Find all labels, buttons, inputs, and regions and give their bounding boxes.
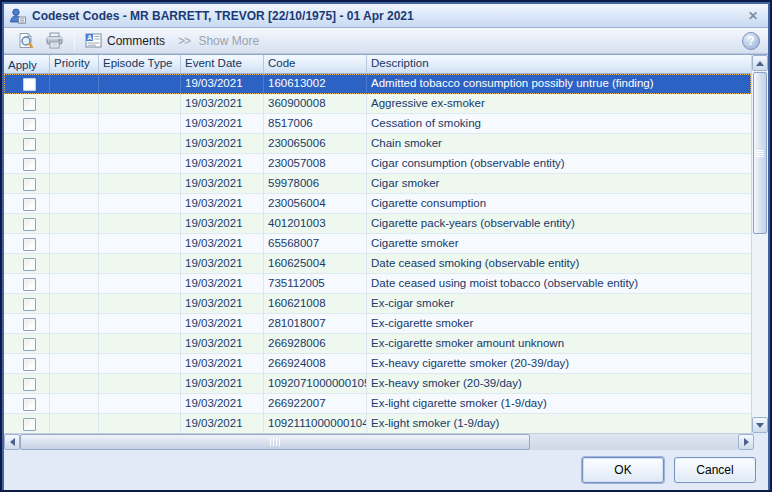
apply-checkbox[interactable] (23, 198, 36, 211)
apply-checkbox[interactable] (23, 398, 36, 411)
cancel-button[interactable]: Cancel (674, 457, 756, 483)
cell-apply (4, 214, 50, 234)
table-row[interactable]: 19/03/2021 160625004 Date ceased smoking… (4, 254, 751, 274)
cell-code: 160613002 (264, 74, 367, 94)
apply-checkbox[interactable] (23, 178, 36, 191)
apply-checkbox[interactable] (23, 78, 36, 91)
apply-checkbox[interactable] (23, 118, 36, 131)
apply-checkbox[interactable] (23, 418, 36, 431)
table-row[interactable]: 19/03/2021 266928006 Ex-cigarette smoker… (4, 334, 751, 354)
show-more-link[interactable]: >> Show More (178, 34, 259, 48)
cell-episode-type (99, 274, 181, 294)
close-icon[interactable]: ✕ (744, 10, 762, 22)
codes-grid: Apply Priority Episode Type Event Date C… (4, 54, 768, 433)
horizontal-scroll-track[interactable] (20, 434, 738, 450)
svg-text:A: A (87, 34, 92, 41)
cell-description: Ex-cigar smoker (367, 294, 751, 314)
scroll-up-button[interactable] (752, 55, 768, 71)
table-row[interactable]: 19/03/2021 1092071000000105 Ex-heavy smo… (4, 374, 751, 394)
table-row[interactable]: 19/03/2021 230056004 Cigarette consumpti… (4, 194, 751, 214)
apply-checkbox[interactable] (23, 358, 36, 371)
scroll-left-button[interactable] (4, 434, 20, 450)
horizontal-scrollbar[interactable] (4, 433, 754, 450)
apply-checkbox[interactable] (23, 338, 36, 351)
cell-episode-type (99, 154, 181, 174)
col-header-episode-type[interactable]: Episode Type (99, 55, 181, 74)
cell-apply (4, 274, 50, 294)
print-button[interactable] (40, 30, 69, 51)
up-arrow-icon (756, 61, 764, 66)
table-row[interactable]: 19/03/2021 360900008 Aggressive ex-smoke… (4, 94, 751, 114)
table-row[interactable]: 19/03/2021 230065006 Chain smoker (4, 134, 751, 154)
apply-checkbox[interactable] (23, 258, 36, 271)
table-row[interactable]: 19/03/2021 735112005 Date ceased using m… (4, 274, 751, 294)
apply-checkbox[interactable] (23, 298, 36, 311)
cell-code: 1092111000000104 (264, 414, 367, 433)
cell-apply (4, 94, 50, 114)
apply-checkbox[interactable] (23, 98, 36, 111)
cell-description: Cigarette consumption (367, 194, 751, 214)
left-arrow-icon (10, 438, 15, 446)
cell-episode-type (99, 174, 181, 194)
cell-priority (50, 334, 99, 354)
apply-checkbox[interactable] (23, 218, 36, 231)
cell-event-date: 19/03/2021 (181, 374, 264, 394)
cell-event-date: 19/03/2021 (181, 414, 264, 433)
table-row[interactable]: 19/03/2021 266922007 Ex-light cigarette … (4, 394, 751, 414)
table-row[interactable]: 19/03/2021 160613002 Admitted tobacco co… (4, 74, 751, 94)
horizontal-scroll-thumb[interactable] (20, 434, 530, 450)
cell-episode-type (99, 114, 181, 134)
cell-description: Cigar smoker (367, 174, 751, 194)
col-header-priority[interactable]: Priority (50, 55, 99, 74)
comments-button[interactable]: A Comments (80, 31, 170, 50)
cell-priority (50, 274, 99, 294)
print-preview-button[interactable] (12, 30, 40, 51)
scroll-down-button[interactable] (752, 417, 768, 433)
apply-checkbox[interactable] (23, 278, 36, 291)
cell-event-date: 19/03/2021 (181, 194, 264, 214)
vertical-scroll-thumb[interactable] (753, 72, 767, 234)
cell-priority (50, 194, 99, 214)
chevrons-icon: >> (178, 34, 190, 48)
cell-code: 360900008 (264, 94, 367, 114)
col-header-description[interactable]: Description (367, 55, 751, 74)
apply-checkbox[interactable] (23, 138, 36, 151)
vertical-scroll-track[interactable] (752, 71, 768, 417)
print-preview-icon (17, 32, 35, 49)
col-header-event-date[interactable]: Event Date (181, 55, 264, 74)
cell-priority (50, 234, 99, 254)
cell-code: 160625004 (264, 254, 367, 274)
table-row[interactable]: 19/03/2021 65568007 Cigarette smoker (4, 234, 751, 254)
scroll-right-button[interactable] (738, 434, 754, 450)
right-arrow-icon (744, 438, 749, 446)
apply-checkbox[interactable] (23, 378, 36, 391)
table-row[interactable]: 19/03/2021 401201003 Cigarette pack-year… (4, 214, 751, 234)
apply-checkbox[interactable] (23, 318, 36, 331)
cell-apply (4, 114, 50, 134)
col-header-code[interactable]: Code (264, 55, 367, 74)
col-header-apply[interactable]: Apply (4, 55, 50, 74)
table-row[interactable]: 19/03/2021 1092111000000104 Ex-light smo… (4, 414, 751, 433)
table-row[interactable]: 19/03/2021 59978006 Cigar smoker (4, 174, 751, 194)
cell-priority (50, 294, 99, 314)
table-row[interactable]: 19/03/2021 281018007 Ex-cigarette smoker (4, 314, 751, 334)
cell-description: Date ceased smoking (observable entity) (367, 254, 751, 274)
table-row[interactable]: 19/03/2021 8517006 Cessation of smoking (4, 114, 751, 134)
comments-label: Comments (107, 34, 165, 48)
cell-description: Cigarette smoker (367, 234, 751, 254)
cell-priority (50, 214, 99, 234)
help-icon[interactable]: ? (742, 32, 760, 50)
vertical-scrollbar[interactable] (751, 55, 768, 433)
table-row[interactable]: 19/03/2021 160621008 Ex-cigar smoker (4, 294, 751, 314)
cell-code: 266924008 (264, 354, 367, 374)
table-row[interactable]: 19/03/2021 230057008 Cigar consumption (… (4, 154, 751, 174)
table-row[interactable]: 19/03/2021 266924008 Ex-heavy cigarette … (4, 354, 751, 374)
cell-priority (50, 254, 99, 274)
cell-code: 59978006 (264, 174, 367, 194)
toolbar-separator (74, 32, 75, 50)
ok-button[interactable]: OK (582, 457, 664, 483)
apply-checkbox[interactable] (23, 238, 36, 251)
cell-episode-type (99, 294, 181, 314)
apply-checkbox[interactable] (23, 158, 36, 171)
cell-event-date: 19/03/2021 (181, 74, 264, 94)
